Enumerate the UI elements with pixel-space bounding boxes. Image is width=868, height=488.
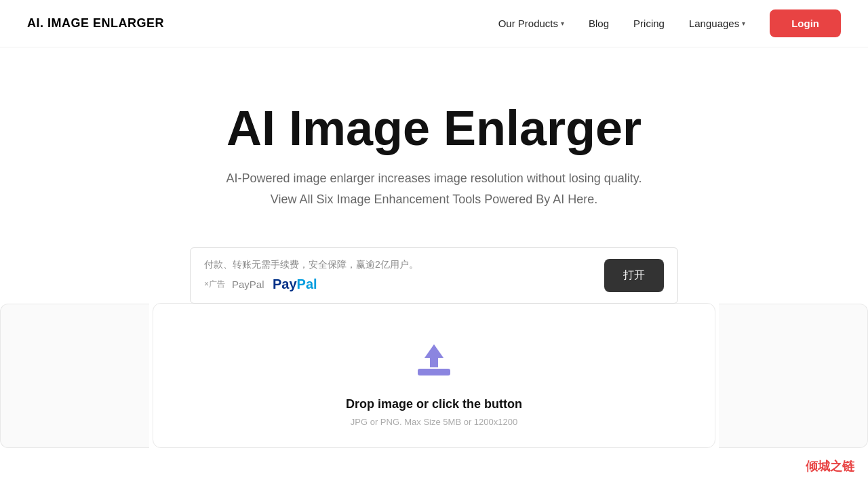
ad-content: 付款、转账无需手续费，安全保障，赢逾2亿用户。 ×广告 PayPal PayPa… — [204, 259, 604, 292]
nav-links: Our Products ▾ Blog Pricing Languages ▾ … — [498, 9, 841, 37]
svg-rect-0 — [418, 369, 450, 375]
hero-title: AI Image Enlarger — [27, 102, 841, 155]
navbar: AI. IMAGE ENLARGER Our Products ▾ Blog P… — [0, 0, 868, 47]
upload-hint: JPG or PNG. Max Size 5MB or 1200x1200 — [180, 417, 688, 427]
svg-marker-1 — [425, 344, 443, 367]
watermark: 倾城之链 — [806, 458, 854, 474]
upload-icon-wrap — [180, 338, 688, 384]
ad-paypal-logo: PayPal — [273, 277, 317, 292]
upload-container[interactable]: Drop image or click the button JPG or PN… — [153, 303, 715, 448]
nav-pricing[interactable]: Pricing — [633, 18, 665, 29]
hero-subtitle2: View All Six Image Enhancement Tools Pow… — [27, 192, 841, 207]
ad-brand-row: ×广告 PayPal PayPal — [204, 277, 604, 292]
upload-icon — [412, 338, 456, 381]
ad-close-button[interactable]: ×广告 — [204, 279, 225, 290]
ad-banner: 付款、转账无需手续费，安全保障，赢逾2亿用户。 ×广告 PayPal PayPa… — [190, 247, 678, 304]
upload-section: Drop image or click the button JPG or PN… — [0, 304, 868, 448]
chevron-down-icon: ▾ — [561, 20, 564, 27]
upload-label: Drop image or click the button — [180, 397, 688, 411]
chevron-down-icon: ▾ — [742, 20, 745, 27]
site-logo[interactable]: AI. IMAGE ENLARGER — [27, 16, 164, 30]
hero-section: AI Image Enlarger AI-Powered image enlar… — [0, 47, 868, 247]
side-panel-left — [0, 304, 149, 448]
nav-blog[interactable]: Blog — [589, 18, 609, 29]
nav-our-products[interactable]: Our Products ▾ — [498, 18, 564, 29]
login-button[interactable]: Login — [770, 9, 841, 37]
hero-subtitle: AI-Powered image enlarger increases imag… — [27, 171, 841, 186]
ad-open-button[interactable]: 打开 — [604, 259, 664, 292]
nav-languages[interactable]: Languages ▾ — [689, 18, 745, 29]
side-panel-right — [719, 304, 868, 448]
ad-text-top: 付款、转账无需手续费，安全保障，赢逾2亿用户。 — [204, 259, 604, 271]
ad-paypal-label: PayPal — [232, 279, 264, 290]
